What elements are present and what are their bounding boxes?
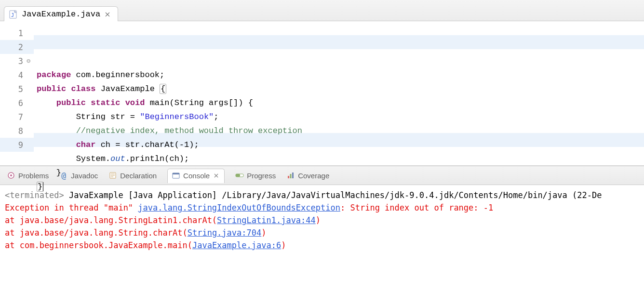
line-number: 4: [9, 70, 23, 80]
pkg-name: com.beginnersbook;: [71, 70, 164, 80]
exception-msg: : String index out of range: -1: [340, 203, 493, 212]
text-caret: [43, 182, 43, 191]
line-number: 1: [9, 28, 23, 38]
line-number: 9: [9, 140, 23, 150]
java-file-icon: J: [9, 10, 18, 19]
method-sig: main(String args[]) {: [150, 98, 253, 107]
line-number: 6: [9, 98, 23, 108]
tab-label: Progress: [247, 172, 276, 180]
stack-close: ): [281, 240, 286, 250]
tab-coverage[interactable]: Coverage: [286, 171, 329, 180]
kw-public: public: [56, 98, 86, 107]
fold-marker[interactable]: ⊖: [23, 57, 34, 65]
tab-console[interactable]: Console: [167, 169, 225, 183]
stack-frame: at java.base/java.lang.StringLatin1.char…: [5, 215, 217, 225]
close-icon[interactable]: [213, 173, 219, 179]
tab-label: Javadoc: [71, 172, 98, 180]
svg-point-3: [10, 174, 12, 176]
tab-javadoc[interactable]: @ Javadoc: [59, 171, 98, 180]
kw-char: char: [76, 140, 96, 149]
console-icon: [172, 172, 180, 180]
line-number: 2: [9, 42, 23, 52]
line-number: 7: [9, 112, 23, 122]
stmt: System.: [76, 154, 110, 163]
line-number: 8: [9, 126, 23, 136]
kw-package: package: [37, 70, 71, 80]
line-number: 3: [9, 56, 23, 66]
svg-rect-8: [236, 174, 240, 177]
editor-tab-label: JavaExample.java: [22, 10, 100, 19]
declaration-icon: [108, 171, 117, 180]
bottom-panel-tabbar: Problems @ Javadoc Declaration Console P…: [0, 166, 644, 185]
terminated-label: <terminated>: [5, 190, 64, 200]
var-decl: str =: [106, 112, 140, 121]
console-output[interactable]: <terminated> JavaExample [Java Applicati…: [0, 185, 644, 256]
console-line: at java.base/java.lang.StringLatin1.char…: [5, 214, 639, 226]
code-editor[interactable]: 1 2 3⊖ 4 5 6 7 8 9 package com.beginners…: [0, 21, 644, 166]
kw-void: void: [125, 98, 145, 107]
tab-label: Console: [183, 172, 210, 180]
svg-rect-9: [288, 176, 289, 178]
console-line: at java.base/java.lang.String.charAt(Str…: [5, 226, 639, 239]
tab-label: Coverage: [298, 172, 329, 180]
stack-close: ): [316, 215, 321, 225]
kw-class: class: [71, 84, 95, 93]
editor-tab[interactable]: J JavaExample.java: [4, 6, 118, 21]
tab-declaration[interactable]: Declaration: [108, 171, 157, 180]
svg-rect-11: [292, 173, 294, 178]
exception-link[interactable]: java.lang.StringIndexOutOfBoundsExceptio…: [138, 203, 340, 212]
brace: {: [160, 84, 166, 94]
stmt: .println(ch);: [125, 154, 189, 163]
gutter: 1 2 3⊖ 4 5 6 7 8 9: [0, 21, 34, 165]
semicolon: ;: [214, 112, 218, 121]
close-icon[interactable]: [104, 11, 111, 18]
type-string: String: [76, 112, 106, 121]
console-status-line: <terminated> JavaExample [Java Applicati…: [5, 189, 639, 201]
stack-link[interactable]: StringLatin1.java:44: [217, 215, 316, 225]
editor-tabbar: J JavaExample.java: [0, 0, 644, 21]
stmt: ch = str.charAt(-1);: [95, 140, 199, 149]
stack-frame: at java.base/java.lang.String.charAt(: [5, 228, 188, 238]
problems-icon: [7, 171, 15, 180]
code-area[interactable]: package com.beginnersbook; public class …: [34, 21, 644, 165]
stack-frame: at com.beginnersbook.JavaExample.main(: [5, 240, 192, 250]
launch-config: JavaExample [Java Application] /Library/…: [64, 190, 602, 200]
comment: //negative index, method would throw exc…: [76, 126, 302, 135]
svg-rect-6: [173, 173, 179, 174]
exception-prefix: Exception in thread "main": [5, 203, 138, 212]
svg-rect-10: [290, 174, 292, 178]
field-out: out: [110, 154, 125, 163]
console-line: at com.beginnersbook.JavaExample.main(Ja…: [5, 239, 639, 252]
line-number: 5: [9, 84, 23, 94]
coverage-icon: [286, 171, 295, 180]
progress-icon: [235, 171, 244, 180]
tab-progress[interactable]: Progress: [235, 171, 276, 180]
class-name: JavaExample: [101, 84, 155, 93]
kw-public: public: [37, 84, 66, 93]
svg-text:J: J: [11, 13, 14, 18]
tab-label: Declaration: [120, 172, 157, 180]
stack-link[interactable]: JavaExample.java:6: [192, 240, 281, 250]
kw-static: static: [91, 98, 120, 107]
string-literal: "BeginnersBook": [140, 112, 214, 121]
brace: }: [56, 168, 61, 177]
console-line: Exception in thread "main" java.lang.Str…: [5, 201, 639, 214]
stack-close: ): [261, 228, 266, 238]
stack-link[interactable]: String.java:704: [188, 228, 262, 238]
